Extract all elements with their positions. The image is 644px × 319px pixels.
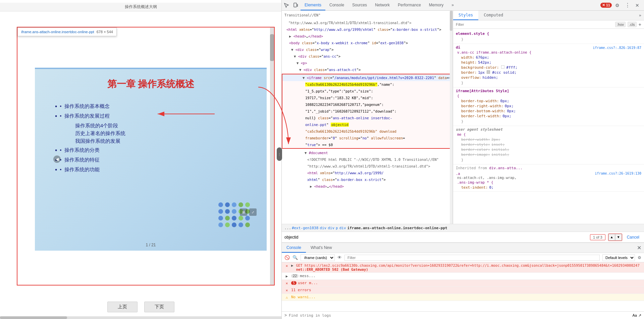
sub-item-2: 历史上著名的操作系统 [75,130,247,137]
tab-memory[interactable]: Memory [425,0,447,10]
bottom-nav: 上页 下页 [107,302,174,312]
styles-filter-input[interactable] [456,22,613,26]
next-button[interactable]: 下页 [144,302,174,312]
breadcrumb-p[interactable]: p [336,226,338,230]
breadcrumb-div-2[interactable]: div [328,226,334,230]
console-eye-button[interactable]: 👁 [337,255,342,260]
console-message-network-error[interactable]: ✕ ▶ GET https://lms2.sczc9a66130b.chaoxi… [282,262,644,273]
console-message-5user[interactable]: ✕ 5 user m... [282,280,644,287]
console-filter-input[interactable] [344,255,600,261]
panel-divider[interactable]: ⋮ [277,147,282,161]
console-area: Console What's New ✕ 🚫 🔍 iframe (cards) … [282,243,644,319]
breadcrumb-div-1[interactable]: div [320,226,326,230]
search-nav-buttons: ▲ ▼ [608,234,622,241]
settings-button[interactable]: ⚙ [612,1,622,10]
console-message-11errors[interactable]: ✕ 11 errors [282,287,644,294]
dom-line[interactable]: ▶ <head>…</head> [282,33,452,40]
dom-line[interactable]: ▼ <div class="ans-cc"> [282,53,452,60]
tab-elements[interactable]: Elements [301,0,325,10]
device-toggle-button[interactable] [291,1,301,10]
close-devtools-button[interactable]: ✕ [633,1,642,10]
more-options-button[interactable]: ⋮ [623,1,632,10]
styles-panel: Styles Computed » :hov .cls + element.st… [453,11,644,232]
dom-iframe-highlight[interactable]: ▼ <iframe src="/ananas/modules/ppt/index… [282,74,452,149]
console-input-row: > Aa ↗ [282,311,644,319]
console-prompt: > [284,313,287,318]
dom-line[interactable]: xhtml" class="x-border-box x-strict"> [282,176,452,183]
console-input-controls: Aa ↗ [633,313,641,318]
console-toolbar: 🚫 🔍 iframe (cards) 👁 Default levels ⚙ [282,253,644,262]
style-rule-inherited: Inherited from div.ans-atta... .a iframe… [453,165,644,192]
console-expand-button[interactable]: ↗ [638,313,641,318]
expand-icon[interactable]: ⤢ [249,208,257,216]
iframe-dims: 678 × 544 [97,30,113,34]
console-input[interactable] [289,313,631,318]
breadcrumb-ext-gen[interactable]: #ext-gen1038 [292,226,318,230]
console-font-size-button[interactable]: Aa [633,313,637,317]
dom-line[interactable]: ▼ <div class="wrap"> [282,46,452,53]
dom-scrollbar[interactable] [450,11,452,232]
console-messages: ✕ ▶ GET https://lms2.sczc9a66130b.chaoxi… [282,262,644,311]
slide-content: • 操作系统的基本概念 • 操作系统的发展过程 操作系统的4个阶段 历史上著名的… [35,97,267,180]
breadcrumb-div-3[interactable]: div [339,226,346,230]
search-cancel-button[interactable]: Cancel [625,234,641,240]
filter-cls-button[interactable]: .cls [628,22,637,27]
console-filter-toggle[interactable]: 🔍 [292,255,298,260]
console-tab-whats-new[interactable]: What's New [306,243,337,253]
search-input[interactable] [284,235,587,240]
iframe-tooltip: iframe.ans-attach-online.insertdoc-onlin… [17,27,117,36]
page-scrollbar[interactable] [0,316,281,319]
styles-more-button[interactable]: » [638,12,643,18]
warning-icon: ⚠ [284,295,289,300]
dom-line[interactable]: <html xmlns="http://www.w3.org/1999/ [282,170,452,176]
tab-console[interactable]: Console [325,0,348,10]
dom-tree: Transitional//EN" "http://www.w3.org/TR/… [282,11,453,232]
styles-tabs: Styles Computed » [453,11,644,20]
dom-line[interactable]: <html xmlns="http://www.w3.org/1999/xhtm… [282,26,452,33]
devtools-topbar: Elements Console Sources Network Perform… [282,0,644,11]
console-settings-button[interactable]: ⚙ [638,255,641,260]
slide-bottom-icons: ⊞ ⤢ [240,208,257,216]
bullet-5: • 操作系统的功能 [55,167,247,174]
tab-performance[interactable]: Performance [394,0,425,10]
breadcrumb-bar: ... #ext-gen1038 div div p div iframe.an… [282,224,644,232]
console-clear-button[interactable]: 🚫 [284,255,290,260]
inspect-element-button[interactable] [282,1,291,10]
search-count: 1 of 3 [590,234,605,240]
sub-item-1: 操作系统的4个阶段 [75,123,247,129]
console-close-button[interactable]: ✕ [634,245,644,251]
breadcrumb-iframe[interactable]: iframe.ans-attach-online.insertdoc-onlin… [347,226,447,230]
search-next-button[interactable]: ▼ [615,234,622,241]
dom-line: <!DOCTYPE html PUBLIC "-//W3C//DTD XHTML… [282,156,452,163]
dom-line: Transitional//EN" [282,11,452,19]
slide-left-arrow[interactable]: ◀ [53,155,61,163]
console-tab-console[interactable]: Console [282,243,306,253]
search-prev-button[interactable]: ▲ [608,234,615,241]
prev-button[interactable]: 上页 [107,302,138,312]
styles-tab-styles[interactable]: Styles [453,11,478,20]
tab-more[interactable]: » [447,0,458,10]
dom-line[interactable]: <body class="x-body x-webkit x-chrome" i… [282,40,452,46]
styles-tab-computed[interactable]: Computed [478,11,508,20]
add-style-button[interactable]: + [639,22,641,27]
dom-line[interactable]: ▼ #document [282,149,452,156]
dom-scrollbar-thumb[interactable] [450,11,452,31]
bullet-2: • 操作系统的发展过程 [55,113,247,120]
slide-preview: 第一章 操作系统概述 • 操作系统的基本概念 • 操作系统的发展过程 操作系统的… [35,68,267,251]
console-message-nowarning[interactable]: ⚠ No warni... [282,294,644,301]
grid-icon[interactable]: ⊞ [240,208,247,216]
dom-line[interactable]: ▼ <div class="ans-attach-ct"> [282,66,452,73]
filter-hov-button[interactable]: :hov [615,22,626,27]
slide-title: 第一章 操作系统概述 [35,68,267,97]
error-icon-3: ✕ [284,288,289,293]
log-level-select[interactable]: Default levels [602,254,635,261]
console-message-22[interactable]: ▶ 22 mess... [282,273,644,280]
styles-content: element.style { } di iframe.css?:.826-16… [453,29,644,231]
dom-line[interactable]: ▶ <head>…</head> [282,183,452,190]
slide-outer-border: 第一章 操作系统概述 • 操作系统的基本概念 • 操作系统的发展过程 操作系统的… [17,27,275,285]
tab-network[interactable]: Network [371,0,394,10]
context-selector[interactable]: iframe (cards) [301,254,335,261]
bullet-1: • 操作系统的基本概念 [55,103,247,110]
dom-line[interactable]: ▼ <p> [282,60,452,66]
tab-sources[interactable]: Sources [348,0,371,10]
